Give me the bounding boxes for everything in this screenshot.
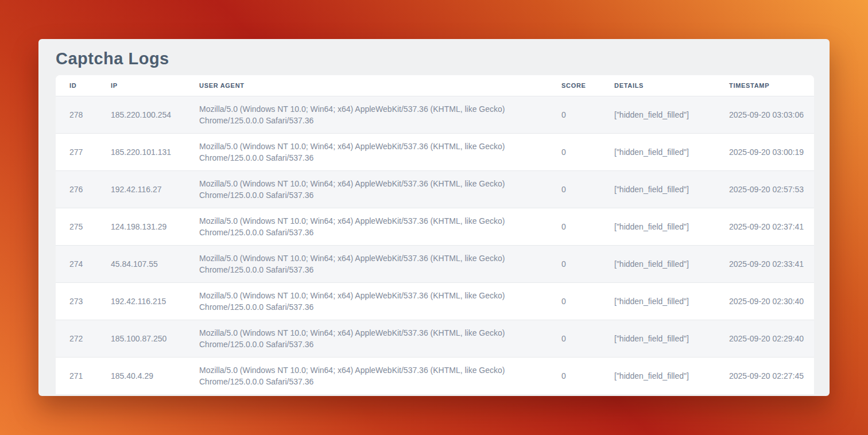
column-header-id: ID <box>56 75 97 96</box>
cell-score: 0 <box>548 170 600 208</box>
table-row: 275124.198.131.29Mozilla/5.0 (Windows NT… <box>56 208 814 245</box>
cell-ip: 192.42.116.27 <box>97 170 185 208</box>
cell-score: 0 <box>548 208 600 245</box>
cell-score: 0 <box>548 96 600 133</box>
table-row: 272185.100.87.250Mozilla/5.0 (Windows NT… <box>56 320 814 357</box>
cell-timestamp: 2025-09-20 03:00:19 <box>715 133 814 170</box>
cell-user_agent: Mozilla/5.0 (Windows NT 10.0; Win64; x64… <box>185 357 548 394</box>
cell-ip: 45.84.107.55 <box>97 245 185 282</box>
cell-user_agent: Mozilla/5.0 (Windows NT 10.0; Win64; x64… <box>185 96 548 133</box>
page-title: Captcha Logs <box>38 39 830 70</box>
captcha-logs-card: Captcha Logs IDIPUSER AGENTSCOREDETAILST… <box>38 39 830 396</box>
cell-score: 0 <box>548 282 600 320</box>
cell-ip: 185.100.87.250 <box>97 320 185 357</box>
cell-score: 0 <box>548 245 600 282</box>
column-header-ip: IP <box>97 75 185 96</box>
table-row: 273192.42.116.215Mozilla/5.0 (Windows NT… <box>56 282 814 320</box>
column-header-score: SCORE <box>548 75 600 96</box>
cell-details: ["hidden_field_filled"] <box>600 282 715 320</box>
cell-timestamp: 2025-09-20 02:57:53 <box>715 170 814 208</box>
cell-details: ["hidden_field_filled"] <box>600 170 715 208</box>
cell-id: 276 <box>56 170 97 208</box>
cell-id: 274 <box>56 245 97 282</box>
cell-ip: 192.42.116.215 <box>97 282 185 320</box>
cell-ip: 124.198.131.29 <box>97 208 185 245</box>
table-row: 27445.84.107.55Mozilla/5.0 (Windows NT 1… <box>56 245 814 282</box>
cell-id: 278 <box>56 96 97 133</box>
cell-user_agent: Mozilla/5.0 (Windows NT 10.0; Win64; x64… <box>185 133 548 170</box>
cell-details: ["hidden_field_filled"] <box>600 245 715 282</box>
table-row: 277185.220.101.131Mozilla/5.0 (Windows N… <box>56 133 814 170</box>
table-row: 278185.220.100.254Mozilla/5.0 (Windows N… <box>56 96 814 133</box>
cell-ip: 185.220.101.131 <box>97 133 185 170</box>
cell-user_agent: Mozilla/5.0 (Windows NT 10.0; Win64; x64… <box>185 170 548 208</box>
cell-timestamp: 2025-09-20 02:37:41 <box>715 208 814 245</box>
cell-timestamp: 2025-09-20 02:33:41 <box>715 245 814 282</box>
column-header-timestamp: TIMESTAMP <box>715 75 814 96</box>
cell-id: 275 <box>56 208 97 245</box>
cell-id: 271 <box>56 357 97 394</box>
captcha-logs-table: IDIPUSER AGENTSCOREDETAILSTIMESTAMP 2781… <box>56 75 814 394</box>
cell-id: 277 <box>56 133 97 170</box>
cell-user_agent: Mozilla/5.0 (Windows NT 10.0; Win64; x64… <box>185 320 548 357</box>
cell-user_agent: Mozilla/5.0 (Windows NT 10.0; Win64; x64… <box>185 208 548 245</box>
cell-timestamp: 2025-09-20 03:03:06 <box>715 96 814 133</box>
cell-timestamp: 2025-09-20 02:30:40 <box>715 282 814 320</box>
cell-details: ["hidden_field_filled"] <box>600 208 715 245</box>
cell-ip: 185.40.4.29 <box>97 357 185 394</box>
cell-score: 0 <box>548 357 600 394</box>
table-row: 276192.42.116.27Mozilla/5.0 (Windows NT … <box>56 170 814 208</box>
cell-details: ["hidden_field_filled"] <box>600 96 715 133</box>
cell-timestamp: 2025-09-20 02:29:40 <box>715 320 814 357</box>
column-header-user_agent: USER AGENT <box>185 75 548 96</box>
column-header-details: DETAILS <box>600 75 715 96</box>
cell-timestamp: 2025-09-20 02:27:45 <box>715 357 814 394</box>
cell-details: ["hidden_field_filled"] <box>600 357 715 394</box>
cell-id: 273 <box>56 282 97 320</box>
table-header-row: IDIPUSER AGENTSCOREDETAILSTIMESTAMP <box>56 75 814 96</box>
cell-user_agent: Mozilla/5.0 (Windows NT 10.0; Win64; x64… <box>185 282 548 320</box>
cell-id: 272 <box>56 320 97 357</box>
cell-score: 0 <box>548 320 600 357</box>
cell-details: ["hidden_field_filled"] <box>600 133 715 170</box>
cell-score: 0 <box>548 133 600 170</box>
captcha-logs-table-container: IDIPUSER AGENTSCOREDETAILSTIMESTAMP 2781… <box>56 75 814 394</box>
cell-user_agent: Mozilla/5.0 (Windows NT 10.0; Win64; x64… <box>185 245 548 282</box>
cell-details: ["hidden_field_filled"] <box>600 320 715 357</box>
table-row: 271185.40.4.29Mozilla/5.0 (Windows NT 10… <box>56 357 814 394</box>
cell-ip: 185.220.100.254 <box>97 96 185 133</box>
